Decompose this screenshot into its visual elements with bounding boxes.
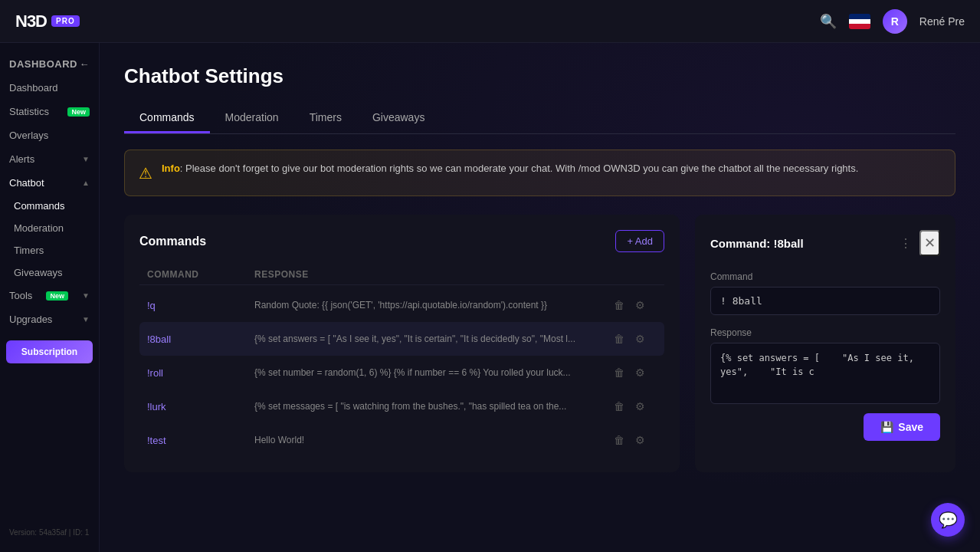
settings-button[interactable]: ⚙ (632, 397, 648, 416)
settings-button[interactable]: ⚙ (632, 296, 648, 314)
logo-pro-badge: PRO (51, 15, 80, 27)
table-row[interactable]: !lurk {% set messages = [ "is watching f… (139, 389, 664, 423)
sidebar-item-alerts[interactable]: Alerts ▼ (0, 147, 99, 171)
row-actions: 🗑 ⚙ (611, 397, 657, 416)
row-actions: 🗑 ⚙ (611, 363, 657, 382)
tab-giveaways[interactable]: Giveaways (357, 104, 440, 133)
info-label: Info (162, 163, 180, 174)
header-right: 🔍 R René Pre (820, 9, 965, 34)
delete-button[interactable]: 🗑 (611, 363, 628, 382)
sidebar-item-moderation[interactable]: Moderation (0, 217, 99, 239)
sidebar-item-overlays[interactable]: Overlays (0, 123, 99, 147)
commands-panel-header: Commands + Add (139, 230, 664, 252)
warning-icon: ⚠ (139, 162, 152, 185)
settings-button[interactable]: ⚙ (632, 431, 648, 449)
table-row[interactable]: !test Hello World! 🗑 ⚙ (139, 423, 664, 457)
delete-button[interactable]: 🗑 (611, 330, 628, 348)
sidebar-item-chatbot[interactable]: Chatbot ▲ (0, 171, 99, 195)
language-flag[interactable] (849, 14, 870, 29)
command-response: {% set number = random(1, 6) %} {% if nu… (254, 367, 611, 378)
more-options-button[interactable]: ⋮ (896, 233, 915, 254)
row-actions: 🗑 ⚙ (611, 296, 657, 314)
command-name: !test (147, 435, 254, 446)
sidebar-item-label: Tools (9, 290, 32, 301)
response-textarea[interactable]: {% set answers = [ "As I see it, yes", "… (710, 343, 940, 404)
command-response: {% set answers = [ "As I see it, yes", "… (254, 334, 611, 344)
close-button[interactable]: ✕ (919, 230, 940, 256)
sidebar-item-label: Commands (14, 200, 64, 212)
command-name: !lurk (147, 401, 254, 412)
command-response: Hello World! (254, 435, 611, 445)
sidebar-item-label: Statistics (9, 106, 49, 117)
commands-panel-title: Commands (139, 235, 206, 248)
sidebar-item-upgrades[interactable]: Upgrades ▼ (0, 307, 99, 331)
save-icon: 💾 (880, 421, 893, 433)
delete-button[interactable]: 🗑 (611, 397, 628, 416)
table-row[interactable]: !8ball {% set answers = [ "As I see it, … (139, 322, 664, 356)
col-command: Command (147, 269, 254, 280)
sidebar-item-label: Giveaways (14, 267, 63, 278)
sidebar-item-label: Timers (14, 245, 44, 256)
settings-button[interactable]: ⚙ (632, 330, 648, 348)
delete-button[interactable]: 🗑 (611, 296, 628, 314)
info-body: : Please don't forget to give our bot mo… (180, 163, 859, 174)
logo: N3D PRO (15, 12, 80, 31)
tabs: Commands Moderation Timers Giveaways (124, 104, 955, 134)
row-actions: 🗑 ⚙ (611, 431, 657, 449)
sidebar-item-statistics[interactable]: Statistics New (0, 100, 99, 123)
detail-title: Command: !8ball (710, 237, 804, 250)
collapse-icon: ← (80, 58, 90, 70)
detail-header-actions: ⋮ ✕ (896, 230, 940, 256)
response-field-label: Response (710, 327, 940, 338)
main-content: Chatbot Settings Commands Moderation Tim… (100, 43, 980, 552)
chat-widget-button[interactable]: 💬 (931, 503, 965, 537)
sidebar-item-label: Chatbot (9, 177, 44, 189)
command-name: !roll (147, 367, 254, 379)
top-header: N3D PRO 🔍 R René Pre (0, 0, 980, 43)
tab-moderation[interactable]: Moderation (210, 104, 294, 133)
sidebar-dashboard-label: DASHBOARD (9, 58, 77, 70)
sidebar-item-label: Alerts (9, 153, 34, 165)
command-response: {% set messages = [ "is watching from th… (254, 401, 611, 412)
command-input[interactable] (710, 287, 940, 315)
subscription-button[interactable]: Subscription (6, 340, 93, 363)
detail-header: Command: !8ball ⋮ ✕ (710, 230, 940, 256)
avatar[interactable]: R (883, 9, 907, 34)
table-row[interactable]: !q Random Quote: {{ json('GET', 'https:/… (139, 288, 664, 322)
sidebar-item-dashboard[interactable]: Dashboard (0, 76, 99, 100)
sidebar-item-tools[interactable]: Tools New ▼ (0, 284, 99, 307)
delete-button[interactable]: 🗑 (611, 431, 628, 449)
chevron-up-icon: ▲ (82, 179, 90, 187)
search-icon[interactable]: 🔍 (820, 13, 837, 30)
sidebar-item-label: Overlays (9, 130, 48, 141)
version-text: Version: 54a35af | ID: 1 (0, 522, 99, 543)
table-row[interactable]: !roll {% set number = random(1, 6) %} {%… (139, 356, 664, 389)
sidebar-item-giveaways[interactable]: Giveaways (0, 261, 99, 284)
save-button[interactable]: 💾 Save (864, 413, 940, 441)
add-command-button[interactable]: + Add (615, 230, 664, 252)
save-label: Save (898, 421, 923, 433)
col-response: Response (254, 269, 611, 280)
settings-button[interactable]: ⚙ (632, 363, 648, 382)
info-bar: ⚠ Info: Please don't forget to give our … (124, 150, 955, 196)
logo-text: N3D (15, 12, 47, 31)
chevron-down-icon: ▼ (82, 315, 90, 324)
page-title: Chatbot Settings (124, 64, 955, 88)
tab-commands[interactable]: Commands (124, 104, 210, 133)
command-response: Random Quote: {{ json('GET', 'https://ap… (254, 300, 611, 310)
detail-panel: Command: !8ball ⋮ ✕ Command Response {% … (695, 215, 955, 472)
chevron-down-icon: ▼ (82, 155, 90, 163)
command-field-label: Command (710, 271, 940, 282)
sidebar-item-label: Dashboard (9, 82, 58, 94)
tab-timers[interactable]: Timers (294, 104, 357, 133)
new-badge: New (67, 107, 90, 117)
commands-container: Commands + Add Command Response !q Rando… (124, 215, 955, 472)
sidebar-item-label: Upgrades (9, 314, 52, 325)
row-actions: 🗑 ⚙ (611, 330, 657, 348)
table-header: Command Response (139, 264, 664, 285)
sidebar-item-commands[interactable]: Commands (0, 195, 99, 217)
user-name[interactable]: René Pre (919, 15, 965, 28)
sidebar-item-timers[interactable]: Timers (0, 239, 99, 261)
sidebar-dashboard-header[interactable]: DASHBOARD ← (0, 52, 99, 76)
info-text: Info: Please don't forget to give our bo… (162, 161, 858, 176)
